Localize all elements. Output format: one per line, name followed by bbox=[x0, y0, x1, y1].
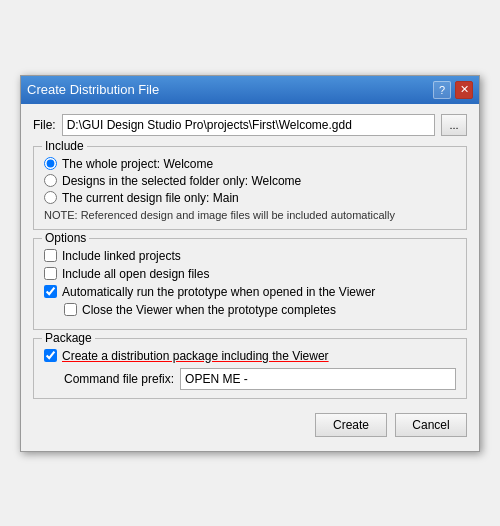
whole-project-radio[interactable] bbox=[44, 157, 57, 170]
dialog-window: Create Distribution File ? ✕ File: ... I… bbox=[20, 75, 480, 452]
create-distribution-label: Create a distribution package including … bbox=[62, 349, 329, 363]
close-viewer-checkbox[interactable] bbox=[64, 303, 77, 316]
create-button[interactable]: Create bbox=[315, 413, 387, 437]
radio-current-design: The current design file only: Main bbox=[44, 191, 456, 205]
linked-projects-label: Include linked projects bbox=[62, 249, 181, 263]
file-row: File: ... bbox=[33, 114, 467, 136]
dialog-title: Create Distribution File bbox=[27, 82, 159, 97]
current-design-label: The current design file only: Main bbox=[62, 191, 239, 205]
current-design-radio[interactable] bbox=[44, 191, 57, 204]
selected-folder-label: Designs in the selected folder only: Wel… bbox=[62, 174, 301, 188]
command-row: Command file prefix: bbox=[44, 368, 456, 390]
create-distribution-checkbox[interactable] bbox=[44, 349, 57, 362]
auto-run-label: Automatically run the prototype when ope… bbox=[62, 285, 375, 299]
options-section: Options Include linked projects Include … bbox=[33, 238, 467, 330]
open-files-label: Include all open design files bbox=[62, 267, 209, 281]
auto-run-checkbox[interactable] bbox=[44, 285, 57, 298]
help-button[interactable]: ? bbox=[433, 81, 451, 99]
close-viewer-label: Close the Viewer when the prototype comp… bbox=[82, 303, 336, 317]
include-section-title: Include bbox=[42, 139, 87, 153]
title-bar: Create Distribution File ? ✕ bbox=[21, 76, 479, 104]
file-label: File: bbox=[33, 118, 56, 132]
close-viewer-row: Close the Viewer when the prototype comp… bbox=[64, 303, 456, 317]
cancel-button[interactable]: Cancel bbox=[395, 413, 467, 437]
include-section: Include The whole project: Welcome Desig… bbox=[33, 146, 467, 230]
whole-project-label: The whole project: Welcome bbox=[62, 157, 213, 171]
linked-projects-row: Include linked projects bbox=[44, 249, 456, 263]
radio-whole-project: The whole project: Welcome bbox=[44, 157, 456, 171]
close-button[interactable]: ✕ bbox=[455, 81, 473, 99]
package-section: Package Create a distribution package in… bbox=[33, 338, 467, 399]
create-distribution-row: Create a distribution package including … bbox=[44, 349, 456, 363]
auto-run-row: Automatically run the prototype when ope… bbox=[44, 285, 456, 299]
include-note: NOTE: Referenced design and image files … bbox=[44, 209, 456, 221]
open-files-row: Include all open design files bbox=[44, 267, 456, 281]
browse-button[interactable]: ... bbox=[441, 114, 467, 136]
dialog-body: File: ... Include The whole project: Wel… bbox=[21, 104, 479, 451]
package-section-title: Package bbox=[42, 331, 95, 345]
linked-projects-checkbox[interactable] bbox=[44, 249, 57, 262]
open-files-checkbox[interactable] bbox=[44, 267, 57, 280]
selected-folder-radio[interactable] bbox=[44, 174, 57, 187]
radio-selected-folder: Designs in the selected folder only: Wel… bbox=[44, 174, 456, 188]
command-label: Command file prefix: bbox=[64, 372, 174, 386]
command-input[interactable] bbox=[180, 368, 456, 390]
options-section-title: Options bbox=[42, 231, 89, 245]
file-input[interactable] bbox=[62, 114, 435, 136]
button-row: Create Cancel bbox=[33, 407, 467, 441]
